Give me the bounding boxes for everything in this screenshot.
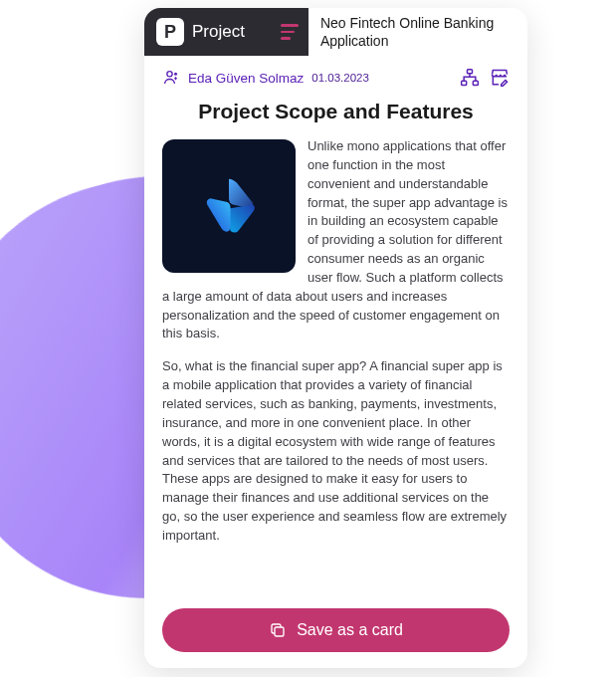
- date-label: 01.03.2023: [311, 72, 369, 84]
- save-button[interactable]: Save as a card: [162, 608, 510, 652]
- edit-store-icon[interactable]: [490, 68, 510, 88]
- svg-rect-5: [275, 627, 284, 636]
- play-triangle-icon: [190, 167, 268, 245]
- paragraph-2: So, what is the financial super app? A f…: [162, 357, 510, 545]
- page-title: Project Scope and Features: [162, 100, 510, 123]
- content-area: Project Scope and Features: [144, 94, 527, 598]
- footer: Save as a card: [144, 598, 527, 668]
- copy-icon: [269, 621, 287, 639]
- user-icon: [162, 69, 180, 87]
- save-button-label: Save as a card: [297, 621, 403, 639]
- svg-rect-2: [468, 70, 473, 74]
- svg-point-1: [174, 73, 177, 76]
- menu-icon: [281, 24, 299, 40]
- app-title: Project: [192, 22, 259, 42]
- header-brand[interactable]: P Project: [144, 8, 271, 56]
- svg-point-0: [167, 72, 172, 77]
- feature-image: [162, 139, 296, 273]
- menu-button[interactable]: [271, 8, 308, 56]
- svg-rect-3: [462, 81, 467, 85]
- content-body: Unlike mono applications that offer one …: [162, 137, 510, 546]
- meta-actions: [460, 68, 510, 88]
- project-card: P Project Neo Fintech Online Banking App…: [144, 8, 527, 668]
- author-name: Eda Güven Solmaz: [188, 71, 304, 86]
- logo-icon: P: [156, 18, 184, 46]
- hierarchy-icon[interactable]: [460, 68, 480, 88]
- card-header: P Project Neo Fintech Online Banking App…: [144, 8, 527, 56]
- meta-row: Eda Güven Solmaz 01.03.2023: [144, 56, 527, 94]
- svg-rect-4: [473, 81, 478, 85]
- project-name: Neo Fintech Online Banking Application: [308, 8, 527, 56]
